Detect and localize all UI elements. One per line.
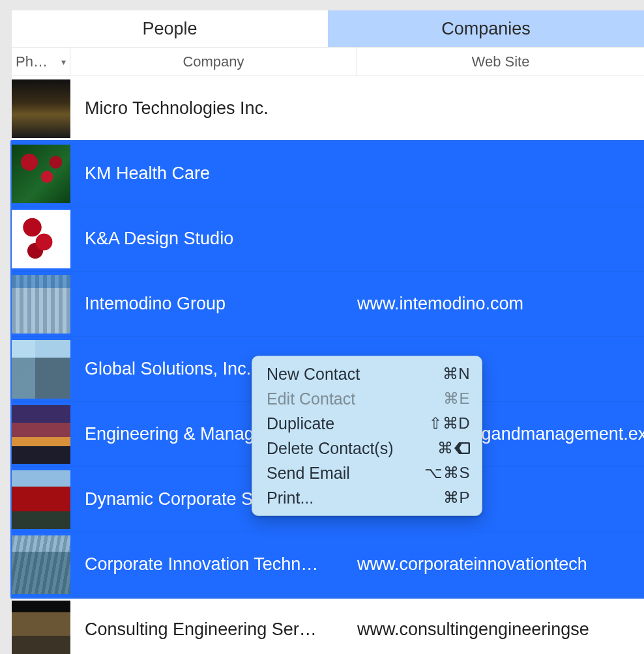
tab-companies[interactable]: Companies xyxy=(328,10,644,47)
company-photo xyxy=(12,405,70,464)
company-name: K&A Design Studio xyxy=(85,229,357,249)
menu-item-shortcut: ⌥⌘S xyxy=(424,464,470,482)
company-name: Micro Technologies Inc. xyxy=(85,98,357,119)
menu-item-print[interactable]: Print... ⌘P xyxy=(252,485,482,510)
company-photo xyxy=(12,601,70,655)
company-photo xyxy=(12,210,70,268)
table-row[interactable]: Micro Technologies Inc. xyxy=(12,76,644,141)
company-website: www.consultingengineeringse xyxy=(357,619,644,640)
menu-item-send-email[interactable]: Send Email ⌥⌘S xyxy=(252,461,482,485)
menu-item-shortcut: ⌘E xyxy=(443,390,470,408)
menu-item-new-contact[interactable]: New Contact ⌘N xyxy=(252,362,482,386)
company-website: www.corporateinnovationtech xyxy=(357,554,644,575)
column-header-photo-label: Ph… xyxy=(16,53,59,70)
menu-item-edit-contact[interactable]: Edit Contact ⌘E xyxy=(252,386,482,411)
menu-item-label: New Contact xyxy=(267,365,360,384)
company-photo xyxy=(12,470,70,529)
table-row[interactable]: K&A Design Studio xyxy=(12,206,644,272)
company-name: Corporate Innovation Techn… xyxy=(85,554,357,575)
tab-bar: People Companies xyxy=(12,10,644,47)
table-row[interactable]: Corporate Innovation Techn… www.corporat… xyxy=(12,532,644,597)
contacts-window: People Companies Ph… ▾ Company Web Site … xyxy=(0,0,644,654)
command-icon: ⌘ xyxy=(437,439,454,457)
tab-people[interactable]: People xyxy=(12,10,328,47)
menu-item-delete-contacts[interactable]: Delete Contact(s) ⌘ xyxy=(252,436,482,461)
menu-item-shortcut: ⇧⌘D xyxy=(429,414,470,433)
menu-item-label: Delete Contact(s) xyxy=(267,439,394,458)
menu-item-label: Duplicate xyxy=(267,414,334,433)
menu-item-label: Edit Contact xyxy=(267,390,355,408)
table-row[interactable]: Consulting Engineering Ser… www.consulti… xyxy=(12,597,644,654)
company-name: KM Health Care xyxy=(85,164,357,184)
company-name: Intemodino Group xyxy=(85,294,357,314)
table-row[interactable]: Intemodino Group www.intemodino.com xyxy=(12,272,644,337)
company-photo xyxy=(12,535,70,594)
company-name: Consulting Engineering Ser… xyxy=(85,619,357,640)
column-header-website[interactable]: Web Site xyxy=(357,48,644,76)
company-photo xyxy=(12,275,70,334)
company-photo xyxy=(12,340,70,399)
company-website: www.intemodino.com xyxy=(357,294,644,314)
column-header-company[interactable]: Company xyxy=(70,48,357,76)
menu-item-label: Send Email xyxy=(267,464,350,483)
context-menu: New Contact ⌘N Edit Contact ⌘E Duplicate… xyxy=(252,356,482,516)
company-photo xyxy=(12,79,70,138)
column-headers: Ph… ▾ Company Web Site xyxy=(12,47,644,76)
backspace-icon xyxy=(454,442,470,454)
company-photo xyxy=(12,145,70,203)
menu-item-shortcut: ⌘N xyxy=(443,365,470,383)
menu-item-shortcut: ⌘ xyxy=(437,439,471,457)
menu-item-shortcut: ⌘P xyxy=(443,489,470,507)
menu-item-label: Print... xyxy=(267,489,314,507)
menu-item-duplicate[interactable]: Duplicate ⇧⌘D xyxy=(252,411,482,436)
table-row[interactable]: KM Health Care xyxy=(12,141,644,206)
column-header-photo[interactable]: Ph… ▾ xyxy=(12,48,70,76)
chevron-down-icon: ▾ xyxy=(61,57,66,67)
